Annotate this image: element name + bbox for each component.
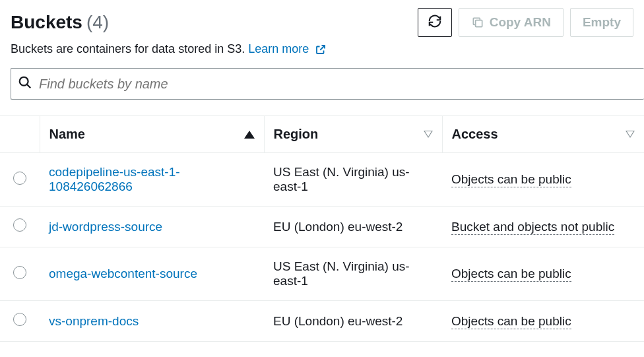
access-cell: Objects can be public (442, 301, 644, 342)
learn-more-link[interactable]: Learn more (248, 42, 327, 55)
search-icon (18, 75, 32, 92)
copy-arn-button[interactable]: Copy ARN (459, 8, 564, 37)
column-region[interactable]: Region (264, 116, 442, 153)
bucket-name-link[interactable]: omega-webcontent-source (49, 267, 197, 280)
sort-icon (424, 131, 433, 138)
row-radio[interactable] (13, 172, 26, 185)
access-text[interactable]: Objects can be public (451, 172, 571, 187)
row-radio[interactable] (13, 313, 26, 326)
bucket-name-link[interactable]: codepipeline-us-east-1-108426062866 (49, 165, 180, 193)
access-cell: Objects can be public (442, 153, 644, 207)
column-name[interactable]: Name (40, 116, 264, 153)
column-access[interactable]: Access (442, 116, 644, 153)
description-text: Buckets are containers for data stored i… (11, 42, 248, 55)
refresh-icon (428, 14, 442, 32)
bucket-count: (4) (86, 12, 109, 33)
row-radio[interactable] (13, 218, 26, 232)
bucket-name-link[interactable]: jd-wordpress-source (49, 220, 162, 234)
svg-line-2 (27, 84, 31, 88)
table-row: jd-wordpress-sourceEU (London) eu-west-2… (0, 207, 644, 247)
copy-icon (471, 16, 484, 29)
access-cell: Bucket and objects not public (442, 207, 644, 247)
buckets-table: Name Region Access codepipeline-us-east-… (0, 116, 644, 342)
sort-asc-icon (244, 131, 255, 139)
access-text[interactable]: Objects can be public (451, 267, 571, 282)
copy-arn-label: Copy ARN (490, 15, 551, 30)
page-title: Buckets (4) (11, 12, 109, 33)
empty-button[interactable]: Empty (570, 8, 633, 37)
table-row: omega-webcontent-sourceUS East (N. Virgi… (0, 247, 644, 301)
table-row: codepipeline-us-east-1-108426062866US Ea… (0, 153, 644, 207)
description: Buckets are containers for data stored i… (0, 42, 644, 68)
region-cell: EU (London) eu-west-2 (264, 301, 442, 342)
sort-icon (626, 131, 635, 138)
svg-point-1 (20, 77, 28, 86)
title-text: Buckets (11, 12, 82, 33)
access-cell: Objects can be public (442, 247, 644, 301)
external-link-icon (315, 44, 327, 55)
access-text[interactable]: Objects can be public (451, 314, 571, 329)
access-text[interactable]: Bucket and objects not public (451, 220, 614, 235)
row-radio[interactable] (13, 266, 26, 279)
action-buttons: Copy ARN Empty (418, 8, 633, 37)
region-cell: US East (N. Virginia) us-east-1 (264, 247, 442, 301)
table-row: vs-onprem-docsEU (London) eu-west-2Objec… (0, 301, 644, 342)
search-container (11, 68, 644, 100)
region-cell: US East (N. Virginia) us-east-1 (264, 153, 442, 207)
empty-label: Empty (583, 15, 621, 30)
refresh-button[interactable] (418, 8, 452, 37)
column-select (0, 116, 40, 153)
region-cell: EU (London) eu-west-2 (264, 207, 442, 247)
svg-rect-0 (475, 20, 482, 27)
search-input[interactable] (39, 77, 637, 92)
bucket-name-link[interactable]: vs-onprem-docs (49, 314, 139, 328)
